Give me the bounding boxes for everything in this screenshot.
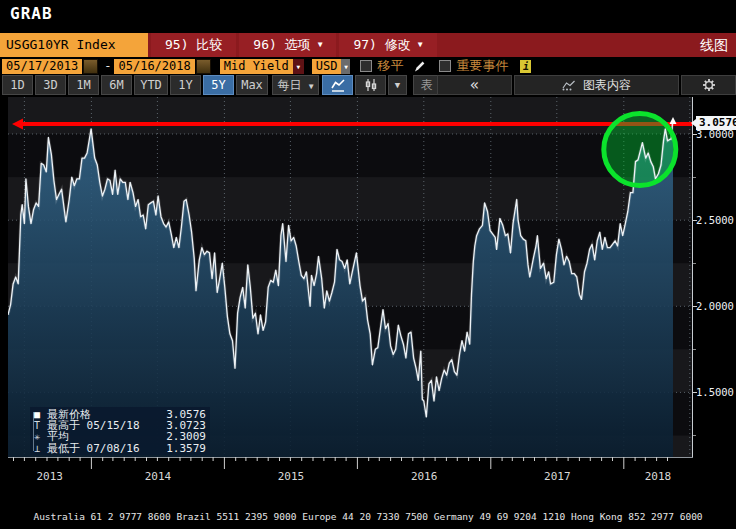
footer: Australia 61 2 9777 8600 Brazil 5511 239…: [0, 484, 736, 529]
last-price-label: 3.0576: [696, 116, 736, 130]
bloomberg-terminal-window: GRAB USGG10YR Index 95) 比较 96) 选项 ▼ 97) …: [0, 0, 736, 529]
x-axis-year-label: 2014: [144, 470, 172, 483]
modify-label: 97) 修改: [353, 33, 410, 57]
info-icon[interactable]: i: [520, 60, 531, 73]
y-axis-tick: [693, 306, 697, 307]
y-axis-minor-tick: [693, 349, 696, 350]
high-marker-icon: T: [34, 420, 47, 431]
x-axis-year-label: 2017: [543, 470, 571, 483]
range-button-max[interactable]: Max: [236, 75, 268, 95]
compare-label: 95) 比较: [165, 33, 222, 57]
options-menu-button[interactable]: 96) 选项 ▼: [239, 33, 336, 57]
range-button-1m[interactable]: 1M: [68, 75, 99, 95]
frequency-select[interactable]: 每日 ▼: [272, 75, 319, 95]
settings-row: 05/17/2013 - 05/16/2018 Mid Yield ▼ USD …: [2, 58, 736, 74]
chevron-down-icon: ▼: [318, 33, 323, 57]
average-marker-icon: ✳: [34, 431, 47, 442]
y-axis-line: [692, 97, 693, 458]
y-axis-tick: [693, 220, 697, 221]
legend-bracket: [33, 412, 34, 451]
key-events-checkbox[interactable]: [439, 60, 451, 72]
y-axis-tick-label: 2.0000: [696, 300, 734, 312]
range-button-1d[interactable]: 1D: [2, 75, 33, 95]
menu-bar: USGG10YR Index 95) 比较 96) 选项 ▼ 97) 修改 ▼ …: [0, 33, 736, 57]
date-to-input[interactable]: 05/16/2018: [114, 59, 194, 74]
x-axis-year-label: 2018: [644, 470, 672, 483]
range-button-1y[interactable]: 1Y: [170, 75, 201, 95]
candlestick-icon: [364, 78, 378, 92]
y-axis-minor-tick: [693, 177, 696, 178]
chart-style-dropdown-button[interactable]: ▼: [388, 75, 407, 95]
window-title: GRAB: [10, 4, 53, 23]
calendar-icon[interactable]: [196, 59, 211, 74]
gear-icon: [702, 78, 716, 92]
last-price-marker-icon: ■: [34, 409, 47, 420]
chart-toolbar: 每日 ▼ ▼ 表 «: [0, 74, 736, 96]
y-axis-tick: [693, 392, 697, 393]
legend-row-average: ✳ 平均 2.3009: [34, 431, 206, 442]
date-range-separator: -: [101, 59, 114, 73]
y-axis-minor-tick: [693, 263, 696, 264]
calendar-icon[interactable]: [83, 59, 98, 74]
currency-select[interactable]: USD: [312, 59, 342, 74]
options-label: 96) 选项: [253, 33, 310, 57]
line-chart-style-button[interactable]: [322, 75, 353, 95]
range-button-5y[interactable]: 5Y: [203, 75, 234, 95]
y-axis-tick-label: 1.5000: [696, 386, 734, 398]
y-axis-tick-label: 2.5000: [696, 214, 734, 226]
low-marker-icon: ⊥: [34, 443, 47, 454]
range-button-6m[interactable]: 6M: [101, 75, 132, 95]
date-from-input[interactable]: 05/17/2013: [2, 59, 82, 74]
chart-content-button[interactable]: 图表内容: [514, 75, 679, 95]
x-axis-year-label: 2013: [36, 470, 64, 483]
chevron-down-icon: ▼: [418, 33, 423, 57]
mini-chart-icon: [562, 79, 577, 91]
chevron-down-icon[interactable]: ▼: [293, 59, 304, 74]
x-axis-year-label: 2015: [277, 470, 305, 483]
modify-menu-button[interactable]: 97) 修改 ▼: [339, 33, 436, 57]
range-button-3d[interactable]: 3D: [35, 75, 66, 95]
compare-button[interactable]: 95) 比较: [151, 33, 236, 57]
ticker-input[interactable]: USGG10YR Index: [0, 33, 148, 57]
annotate-pencil-icon[interactable]: [413, 60, 426, 73]
key-events-label: 重要事件: [456, 57, 508, 75]
chevron-down-icon: ▼: [309, 82, 314, 91]
chart-type-label: 线图: [700, 33, 736, 57]
y-axis-tick: [693, 134, 697, 135]
chart-legend: ■ 最新价格 3.0576 T 最高于 05/15/18 3.0723 ✳ 平均…: [30, 407, 210, 455]
price-field-select[interactable]: Mid Yield: [220, 59, 293, 74]
chart-settings-button[interactable]: [681, 75, 736, 95]
moving-average-label: 移平: [377, 57, 403, 75]
x-axis-year-label: 2016: [410, 470, 438, 483]
collapse-panel-button[interactable]: «: [437, 75, 512, 95]
chevron-down-icon[interactable]: ▼: [341, 59, 350, 74]
range-button-ytd[interactable]: YTD: [134, 75, 168, 95]
line-chart-icon: [331, 79, 345, 92]
x-axis-ticks: [8, 457, 692, 470]
legend-row-low: ⊥ 最低于 07/08/16 1.3579: [34, 443, 206, 454]
candle-chart-style-button[interactable]: [355, 75, 386, 95]
footer-contacts-line1: Australia 61 2 9777 8600 Brazil 5511 239…: [0, 510, 736, 523]
price-chart-plot[interactable]: [8, 97, 692, 457]
y-axis-minor-tick: [693, 435, 696, 436]
moving-average-checkbox[interactable]: [360, 60, 372, 72]
